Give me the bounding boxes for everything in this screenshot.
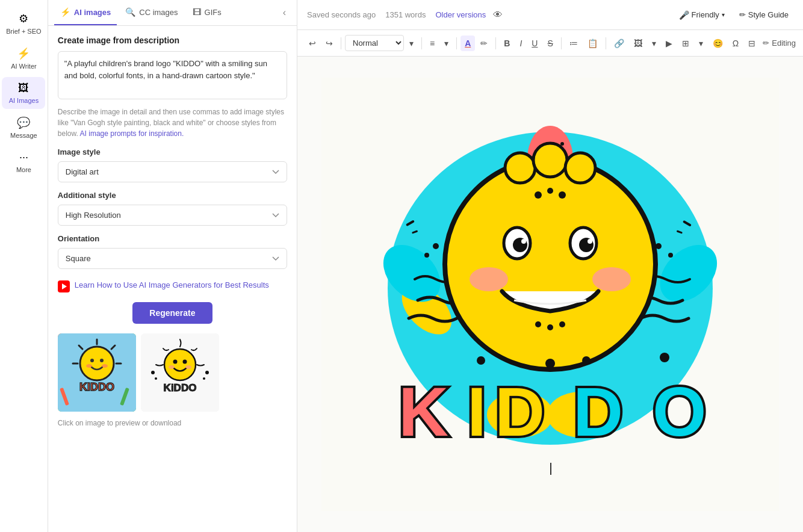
svg-point-32 bbox=[433, 243, 439, 249]
additional-style-label: Additional style bbox=[58, 191, 287, 200]
sidebar-item-ai-writer[interactable]: ⚡ AI Writer bbox=[2, 42, 45, 75]
tone-icon: 🎤 bbox=[679, 10, 689, 20]
tone-button[interactable]: 🎤 Friendly ▾ bbox=[674, 8, 730, 22]
svg-text:KIDDO: KIDDO bbox=[79, 381, 114, 393]
font-color-icon: A bbox=[465, 39, 471, 48]
tab-cc-images[interactable]: 🔍 CC images bbox=[119, 0, 184, 25]
thumbnail-1[interactable]: KIDDO bbox=[58, 333, 136, 412]
tab-ai-images-icon: ⚡ bbox=[60, 7, 70, 17]
tab-ai-images-label: AI images bbox=[74, 8, 111, 17]
svg-point-45 bbox=[505, 153, 535, 183]
image-button[interactable]: 🖼 bbox=[630, 36, 646, 51]
regenerate-button[interactable]: Regenerate bbox=[132, 302, 212, 324]
svg-point-24 bbox=[203, 377, 205, 380]
highlight-button[interactable]: ✏ bbox=[476, 36, 492, 51]
sidebar-label-brief-seo: Brief + SEO bbox=[6, 28, 41, 35]
play-button[interactable]: ▶ bbox=[662, 36, 677, 51]
align-icon: ≡ bbox=[430, 39, 435, 48]
svg-point-50 bbox=[559, 191, 566, 199]
panel-tabs: ⚡ AI images 🔍 CC images 🎞 GIFs ‹ bbox=[48, 0, 297, 26]
font-color-button[interactable]: A bbox=[460, 36, 475, 51]
separator-5 bbox=[561, 37, 562, 49]
format-select[interactable]: Normal Heading 1 Heading 2 Heading 3 bbox=[345, 35, 404, 51]
redo-icon: ↪ bbox=[326, 39, 333, 48]
format-chevron-button[interactable]: ▾ bbox=[405, 36, 418, 51]
strikethrough-button[interactable]: S bbox=[543, 36, 557, 51]
sidebar-item-message[interactable]: 💬 Message bbox=[2, 111, 45, 144]
bullet-list-button[interactable]: ≔ bbox=[565, 36, 582, 51]
sidebar: ⚙ Brief + SEO ⚡ AI Writer 🖼 AI Images 💬 … bbox=[0, 0, 48, 532]
svg-point-10 bbox=[102, 364, 108, 368]
separator-1 bbox=[341, 37, 341, 49]
undo-icon: ↩ bbox=[309, 39, 316, 48]
sidebar-item-brief-seo[interactable]: ⚙ Brief + SEO bbox=[2, 7, 45, 40]
svg-point-22 bbox=[205, 371, 209, 374]
editor-canvas: K I D D O bbox=[321, 78, 779, 511]
svg-point-70 bbox=[660, 353, 669, 362]
svg-point-55 bbox=[521, 239, 526, 244]
older-versions-button[interactable]: Older versions bbox=[435, 10, 486, 19]
learn-link[interactable]: Learn How to Use AI Image Generators for… bbox=[58, 280, 287, 292]
align-button[interactable]: ≡ bbox=[426, 36, 439, 51]
svg-point-61 bbox=[559, 321, 565, 327]
link-button[interactable]: 🔗 bbox=[610, 36, 628, 51]
image-icon: 🖼 bbox=[634, 39, 642, 48]
special-chars-icon: Ω bbox=[733, 39, 739, 48]
additional-style-select[interactable]: High Resolution 4K HDR Cinematic Vintage bbox=[58, 205, 287, 226]
emoji-button[interactable]: 😊 bbox=[708, 36, 727, 51]
svg-point-18 bbox=[169, 365, 175, 369]
svg-point-35 bbox=[668, 253, 673, 258]
svg-text:O: O bbox=[653, 373, 706, 450]
formatting-toolbar: ↩ ↪ Normal Heading 1 Heading 2 Heading 3… bbox=[297, 30, 803, 57]
brief-seo-icon: ⚙ bbox=[19, 12, 28, 25]
preview-button[interactable]: 👁 bbox=[491, 8, 505, 22]
click-hint-text: Click on image to preview or download bbox=[58, 416, 287, 432]
ai-panel: ⚡ AI images 🔍 CC images 🎞 GIFs ‹ Create … bbox=[48, 0, 297, 532]
orientation-select[interactable]: Square Landscape Portrait bbox=[58, 248, 287, 269]
underline-icon: U bbox=[532, 39, 538, 48]
align-chevron-icon: ▾ bbox=[444, 39, 448, 48]
clear-format-button[interactable]: ⊟ bbox=[744, 36, 760, 51]
underline-button[interactable]: U bbox=[527, 36, 542, 51]
thumbnail-2[interactable]: KiDDO bbox=[141, 333, 219, 412]
image-style-label: Image style bbox=[58, 147, 287, 156]
sidebar-item-ai-images[interactable]: 🖼 AI Images bbox=[2, 77, 45, 109]
table-button[interactable]: ⊞ bbox=[678, 36, 693, 51]
link-icon: 🔗 bbox=[614, 39, 624, 48]
style-guide-button[interactable]: ✏ Style Guide bbox=[734, 8, 793, 22]
image-chevron-button[interactable]: ▾ bbox=[648, 36, 660, 51]
numbered-list-button[interactable]: 📋 bbox=[583, 36, 602, 51]
panel-content: Create image from description "A playful… bbox=[48, 26, 297, 532]
svg-point-19 bbox=[185, 365, 191, 369]
sidebar-item-more[interactable]: ··· More bbox=[2, 146, 45, 178]
align-chevron-button[interactable]: ▾ bbox=[440, 36, 453, 51]
collapse-panel-button[interactable]: ‹ bbox=[278, 5, 291, 20]
orientation-label: Orientation bbox=[58, 234, 287, 243]
svg-point-59 bbox=[535, 321, 541, 327]
bold-button[interactable]: B bbox=[500, 36, 514, 51]
special-chars-button[interactable]: Ω bbox=[728, 36, 743, 51]
create-section-title: Create image from description bbox=[58, 36, 287, 45]
tab-gifs[interactable]: 🎞 GIFs bbox=[187, 0, 228, 25]
image-style-select[interactable]: Digital art Photorealistic Watercolor Oi… bbox=[58, 161, 287, 182]
redo-button[interactable]: ↪ bbox=[321, 36, 337, 51]
undo-button[interactable]: ↩ bbox=[305, 36, 320, 51]
editing-mode-label: ✏ Editing bbox=[763, 39, 796, 48]
prompt-textarea[interactable]: "A playful children's brand logo "KIDDO"… bbox=[58, 51, 287, 99]
tab-cc-images-label: CC images bbox=[139, 8, 178, 17]
tab-cc-images-icon: 🔍 bbox=[125, 7, 135, 17]
top-bar: Saved seconds ago 1351 words Older versi… bbox=[297, 0, 803, 30]
tab-ai-images[interactable]: ⚡ AI images bbox=[54, 0, 117, 25]
svg-point-56 bbox=[588, 239, 592, 244]
table-chevron-button[interactable]: ▾ bbox=[695, 36, 707, 51]
ai-prompts-link[interactable]: AI image prompts for inspiration. bbox=[80, 129, 184, 138]
table-chevron-icon: ▾ bbox=[699, 39, 703, 48]
main-area: Saved seconds ago 1351 words Older versi… bbox=[297, 0, 803, 532]
message-icon: 💬 bbox=[17, 116, 30, 129]
tone-chevron-icon: ▾ bbox=[722, 11, 725, 18]
separator-6 bbox=[606, 37, 606, 49]
editor-area[interactable]: K I D D O bbox=[297, 57, 803, 532]
svg-point-67 bbox=[477, 356, 485, 365]
italic-button[interactable]: I bbox=[515, 36, 526, 51]
svg-text:D: D bbox=[495, 373, 545, 450]
